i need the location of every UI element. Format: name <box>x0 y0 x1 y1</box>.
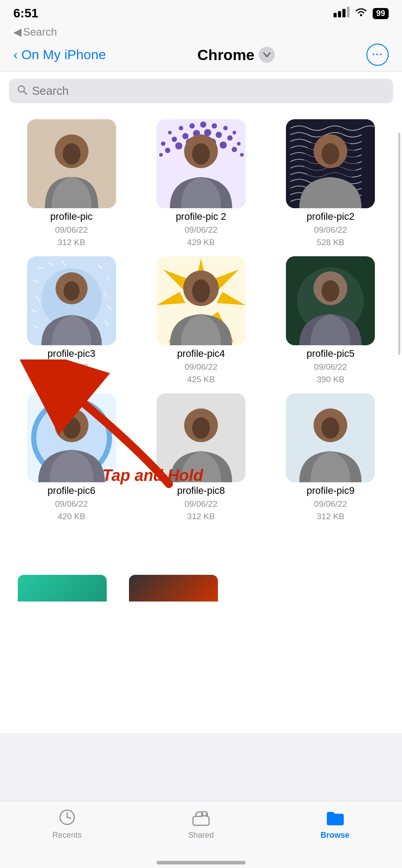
list-item[interactable]: profile-pic 2 09/06/22 429 KB <box>138 119 263 247</box>
file-size: 528 KB <box>317 238 344 247</box>
back-nav: ◀ Search <box>0 23 402 42</box>
file-size: 429 KB <box>187 238 215 247</box>
scrollbar[interactable] <box>398 110 400 733</box>
file-size: 390 KB <box>317 375 344 384</box>
file-date: 09/06/22 <box>314 362 347 372</box>
more-options-button[interactable]: ··· <box>366 44 389 66</box>
back-arrow-small: ◀ <box>13 26 21 38</box>
list-item[interactable]: profile-pic8 09/06/22 312 KB <box>138 393 263 521</box>
file-name: profile-pic6 <box>48 485 96 497</box>
file-thumbnail <box>286 393 375 482</box>
svg-point-12 <box>168 131 172 134</box>
list-item[interactable]: profile-pic6 09/06/22 420 KB <box>9 393 134 521</box>
file-date: 09/06/22 <box>314 499 347 509</box>
search-bar[interactable] <box>9 79 393 103</box>
nav-bar: ‹ On My iPhone Chrome ··· <box>0 42 402 72</box>
tab-browse[interactable]: Browse <box>268 808 402 840</box>
ellipsis-icon: ··· <box>372 49 383 61</box>
file-size: 425 KB <box>187 375 215 384</box>
file-thumbnail <box>27 256 116 345</box>
partial-item-dark <box>129 575 218 602</box>
list-item[interactable]: profile-pic9 09/06/22 312 KB <box>268 393 393 521</box>
file-name: profile-pic5 <box>307 348 355 359</box>
svg-point-20 <box>172 137 177 142</box>
svg-point-93 <box>203 812 206 816</box>
svg-point-35 <box>240 153 244 157</box>
svg-point-17 <box>223 126 228 130</box>
svg-point-86 <box>322 417 339 439</box>
svg-point-9 <box>63 143 80 165</box>
list-item[interactable]: profile-pic5 09/06/22 390 KB <box>268 256 393 384</box>
status-icons: 99 <box>334 7 389 20</box>
file-thumbnail <box>157 256 245 345</box>
status-bar: 6:51 99 <box>0 0 402 23</box>
tab-recents[interactable]: Recents <box>0 808 134 840</box>
svg-point-14 <box>189 123 195 129</box>
svg-point-33 <box>220 141 227 149</box>
chevron-down-icon[interactable] <box>259 47 275 63</box>
svg-rect-3 <box>347 7 350 17</box>
back-button[interactable]: ‹ <box>13 47 18 62</box>
file-name: profile-pic8 <box>177 485 225 497</box>
svg-point-19 <box>161 141 165 146</box>
svg-point-41 <box>322 143 339 165</box>
file-size: 312 KB <box>58 238 85 247</box>
file-size: 498 KB <box>58 375 85 384</box>
file-thumbnail <box>286 256 375 345</box>
file-date: 09/06/22 <box>314 225 347 235</box>
search-icon <box>17 85 28 98</box>
file-date: 09/06/22 <box>185 499 217 509</box>
search-input[interactable] <box>32 84 385 98</box>
file-grid: profile-pic 09/06/22 312 KB <box>4 119 398 521</box>
signal-icon <box>334 7 350 20</box>
file-size: 312 KB <box>317 512 344 521</box>
svg-rect-1 <box>338 11 341 17</box>
list-item[interactable]: profile-pic4 09/06/22 425 KB <box>138 256 263 384</box>
back-button-label[interactable]: On My iPhone <box>21 47 106 62</box>
svg-point-18 <box>233 131 236 134</box>
partial-items-row <box>4 557 398 602</box>
svg-point-83 <box>192 417 210 439</box>
file-date: 09/06/22 <box>185 225 217 235</box>
scrollbar-track <box>398 133 400 355</box>
svg-point-60 <box>64 281 80 301</box>
battery-indicator: 99 <box>373 8 389 19</box>
tab-bar: Recents Shared Browse <box>0 801 402 868</box>
file-name: profile-pic <box>50 211 92 222</box>
page-title: Chrome <box>197 46 254 64</box>
svg-point-80 <box>63 417 80 439</box>
svg-line-6 <box>24 91 27 94</box>
recents-icon <box>58 808 76 828</box>
file-size: 420 KB <box>58 512 85 521</box>
file-date: 09/06/22 <box>185 362 217 372</box>
nav-left: ‹ On My iPhone <box>13 47 106 62</box>
file-name: profile-pic 2 <box>176 211 226 222</box>
svg-point-21 <box>182 133 189 139</box>
file-thumbnail <box>157 393 245 482</box>
svg-point-4 <box>360 14 362 16</box>
list-item[interactable]: profile-pic3 09/06/22 498 KB <box>9 256 134 384</box>
tab-recents-label: Recents <box>52 831 82 840</box>
svg-point-27 <box>159 153 163 157</box>
status-time: 6:51 <box>13 6 38 20</box>
tab-shared[interactable]: Shared <box>134 808 268 840</box>
svg-point-75 <box>322 280 339 302</box>
svg-rect-2 <box>342 9 346 17</box>
svg-point-15 <box>200 121 206 128</box>
file-date: 09/06/22 <box>55 499 88 509</box>
list-item[interactable]: profile-pic 09/06/22 312 KB <box>9 119 134 247</box>
list-item[interactable]: profile-pic2 09/06/22 528 KB <box>268 119 393 247</box>
back-nav-label[interactable]: Search <box>23 26 57 38</box>
svg-point-34 <box>232 147 237 152</box>
tab-browse-label: Browse <box>321 831 350 840</box>
svg-line-90 <box>67 817 71 818</box>
svg-point-26 <box>237 142 241 145</box>
partial-item-teal <box>18 575 107 602</box>
svg-point-29 <box>175 142 182 149</box>
svg-point-13 <box>179 126 183 130</box>
svg-point-71 <box>192 279 210 303</box>
svg-point-37 <box>192 143 210 165</box>
file-size: 312 KB <box>187 512 215 521</box>
search-container <box>0 72 402 110</box>
tab-shared-label: Shared <box>188 831 214 840</box>
